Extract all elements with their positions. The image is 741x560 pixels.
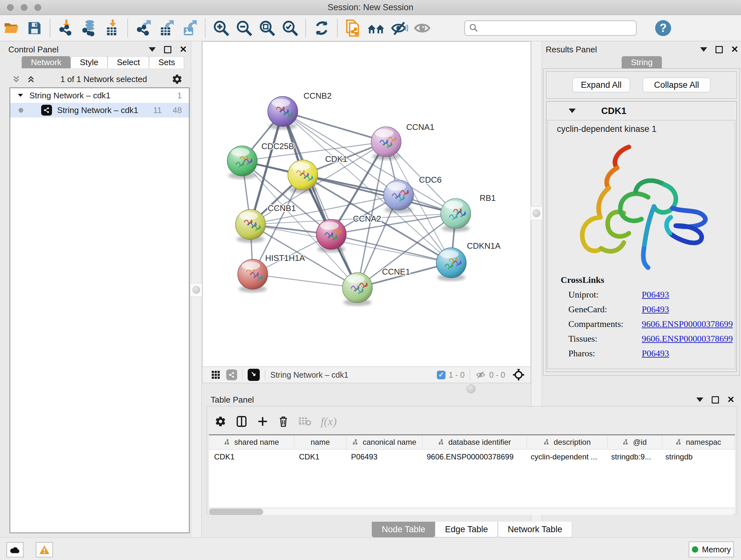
tab-network[interactable]: Network <box>22 56 71 68</box>
hide-selected-button[interactable] <box>390 19 408 37</box>
collapse-panel-icon[interactable] <box>149 47 156 52</box>
close-panel-icon[interactable]: ✕ <box>180 45 187 54</box>
float-panel-icon[interactable] <box>712 396 719 403</box>
grid-view-icon[interactable] <box>211 370 220 380</box>
table-cell[interactable]: P06493 <box>346 452 421 461</box>
network-node-rb1[interactable]: RB1 <box>441 193 496 232</box>
close-panel-icon[interactable]: ✕ <box>727 395 735 404</box>
network-node-cdkn1a[interactable]: CDKN1A <box>436 241 501 281</box>
status-divider <box>242 369 243 380</box>
table-cell[interactable]: cyclin-dependent ... <box>526 452 606 461</box>
collapse-all-icon[interactable] <box>11 74 21 84</box>
expand-all-icon[interactable] <box>26 74 36 84</box>
network-view-share-icon[interactable] <box>226 369 237 380</box>
column-header-shared-name[interactable]: shared name <box>209 435 294 449</box>
table-panel: Table Panel ✕ <box>207 393 737 538</box>
export-network-button[interactable] <box>134 19 153 37</box>
show-columns-icon[interactable] <box>236 416 247 427</box>
zoom-out-button[interactable] <box>235 19 253 37</box>
tab-style[interactable]: Style <box>71 56 108 68</box>
network-node-cdk1[interactable]: CDK1 <box>288 154 347 193</box>
section-disclosure-icon[interactable] <box>569 109 576 113</box>
crosslink-tissues-link[interactable]: 9606.ENSP00000378699 <box>642 334 733 344</box>
tab-sets[interactable]: Sets <box>149 56 184 68</box>
collapse-panel-icon[interactable] <box>696 397 703 402</box>
refresh-button[interactable] <box>313 19 331 37</box>
network-edge[interactable] <box>253 274 357 288</box>
import-network-file-button[interactable] <box>57 19 75 37</box>
import-network-database-button[interactable] <box>80 19 98 37</box>
crosslink-genecard-link[interactable]: P06493 <box>642 304 669 314</box>
table-cell[interactable]: stringdb <box>660 452 735 461</box>
table-hscrollbar[interactable] <box>209 509 735 515</box>
node-label: CCNB1 <box>268 203 296 213</box>
warning-status-button[interactable] <box>36 542 53 557</box>
table-cell[interactable]: CDK1 <box>209 452 294 461</box>
network-edge[interactable] <box>283 111 386 142</box>
collection-disclosure-icon[interactable] <box>17 92 23 99</box>
help-label: ? <box>660 21 667 35</box>
add-column-icon[interactable] <box>257 416 268 427</box>
zoom-in-button[interactable] <box>212 19 230 37</box>
tab-node-table[interactable]: Node Table <box>372 522 435 537</box>
close-panel-icon[interactable]: ✕ <box>731 45 738 54</box>
table-cell[interactable]: stringdb:9... <box>606 452 660 461</box>
float-panel-icon[interactable] <box>164 46 172 53</box>
home-button[interactable] <box>367 19 386 37</box>
expand-all-button[interactable]: Expand All <box>572 78 630 92</box>
export-image-button[interactable] <box>180 19 199 37</box>
column-header-namespac[interactable]: namespac <box>662 435 735 449</box>
protein-section-header[interactable]: CDK1 <box>546 102 737 120</box>
cloud-status-button[interactable] <box>6 542 23 557</box>
tab-select[interactable]: Select <box>108 56 149 68</box>
column-header-canonical-name[interactable]: canonical name <box>347 435 422 449</box>
crosslink-compartments-link[interactable]: 9606.ENSP00000378699 <box>642 319 733 329</box>
network-edge[interactable] <box>331 234 451 263</box>
open-session-button[interactable] <box>2 19 21 37</box>
birds-eye-icon[interactable] <box>512 368 525 381</box>
crosslink-uniprot-link[interactable]: P06493 <box>642 290 669 300</box>
collapse-panel-icon[interactable] <box>700 47 707 52</box>
clone-network-button[interactable] <box>344 19 362 37</box>
collapse-all-button[interactable]: Collapse All <box>643 78 711 92</box>
zoom-fit-button[interactable] <box>258 19 276 37</box>
network-canvas[interactable]: CCNB2CCNA1CDC25BCDK1CDC6RB1CCNB1CCNA2CDK… <box>202 42 531 367</box>
table-hscrollbar-thumb[interactable] <box>209 509 263 515</box>
column-header-database-identifier[interactable]: database identifier <box>422 435 527 449</box>
network-row[interactable]: String Network – cdk1 11 48 <box>10 103 189 118</box>
network-collection-row[interactable]: String Network – cdk1 1 <box>10 88 189 103</box>
selected-checkbox[interactable]: ✓ <box>437 371 446 379</box>
left-splitter-handle[interactable] <box>190 283 202 297</box>
table-cell[interactable]: CDK1 <box>294 452 346 461</box>
help-button[interactable]: ? <box>655 20 671 36</box>
column-header-name[interactable]: name <box>294 435 347 449</box>
bottom-splitter-handle[interactable] <box>467 384 475 393</box>
table-row[interactable]: CDK1CDK1P064939606.ENSP00000378699cyclin… <box>209 449 735 464</box>
tab-network-table[interactable]: Network Table <box>498 522 572 537</box>
save-session-button[interactable] <box>25 19 44 37</box>
table-options-gear-icon[interactable] <box>215 416 226 427</box>
table-cell[interactable]: 9606.ENSP00000378699 <box>421 452 526 461</box>
search-input[interactable] <box>464 20 636 36</box>
delete-column-icon[interactable] <box>278 416 289 427</box>
right-splitter-handle[interactable] <box>530 206 542 220</box>
crosslink-pharos-link[interactable]: P06493 <box>642 348 669 359</box>
import-table-file-button[interactable] <box>103 19 121 37</box>
network-node-ccna1[interactable]: CCNA1 <box>371 122 434 160</box>
detach-view-icon[interactable] <box>248 369 260 381</box>
export-table-button[interactable] <box>157 19 176 37</box>
hidden-eye-icon[interactable] <box>475 370 486 380</box>
column-header--id[interactable]: @id <box>608 435 662 449</box>
float-panel-icon[interactable] <box>716 46 723 53</box>
network-share-icon <box>41 105 52 116</box>
column-header-description[interactable]: description <box>527 435 608 449</box>
show-all-button[interactable] <box>413 19 431 37</box>
zoom-selected-button[interactable] <box>281 19 299 37</box>
network-node-cdc25b[interactable]: CDC25B <box>227 141 294 179</box>
tab-edge-table[interactable]: Edge Table <box>435 522 498 537</box>
memory-button[interactable]: Memory <box>689 542 734 557</box>
network-node-hist1h1a[interactable]: HIST1H1A <box>238 253 305 293</box>
tab-string[interactable]: String <box>622 56 662 68</box>
network-graph[interactable]: CCNB2CCNA1CDC25BCDK1CDC6RB1CCNB1CCNA2CDK… <box>203 42 531 367</box>
network-options-gear-icon[interactable] <box>172 74 183 84</box>
